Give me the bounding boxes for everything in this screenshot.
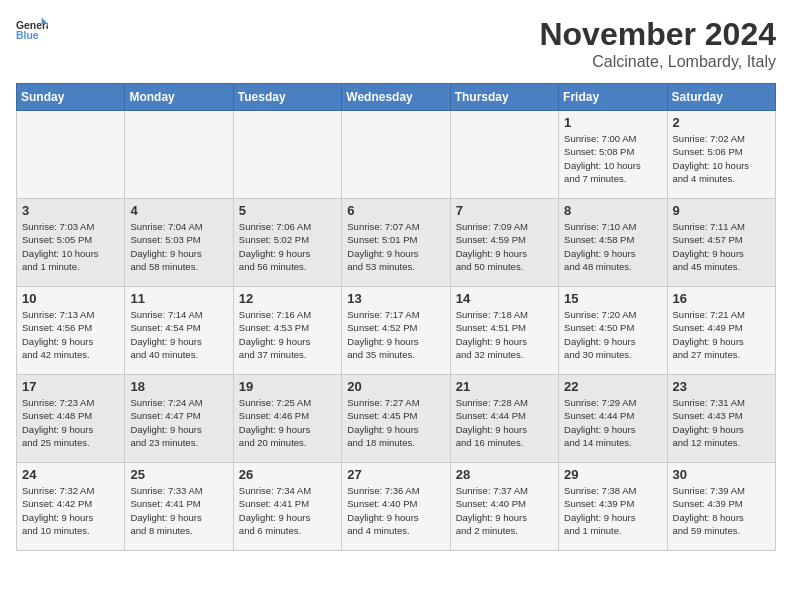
calendar-cell: 12Sunrise: 7:16 AM Sunset: 4:53 PM Dayli… (233, 287, 341, 375)
calendar-week-row: 10Sunrise: 7:13 AM Sunset: 4:56 PM Dayli… (17, 287, 776, 375)
day-info: Sunrise: 7:18 AM Sunset: 4:51 PM Dayligh… (456, 308, 553, 361)
day-number: 30 (673, 467, 770, 482)
day-number: 10 (22, 291, 119, 306)
calendar-week-row: 3Sunrise: 7:03 AM Sunset: 5:05 PM Daylig… (17, 199, 776, 287)
day-number: 21 (456, 379, 553, 394)
weekday-header: Thursday (450, 84, 558, 111)
day-info: Sunrise: 7:03 AM Sunset: 5:05 PM Dayligh… (22, 220, 119, 273)
day-number: 25 (130, 467, 227, 482)
page-header: General Blue November 2024 Calcinate, Lo… (16, 16, 776, 71)
calendar-week-row: 24Sunrise: 7:32 AM Sunset: 4:42 PM Dayli… (17, 463, 776, 551)
calendar-cell: 25Sunrise: 7:33 AM Sunset: 4:41 PM Dayli… (125, 463, 233, 551)
day-info: Sunrise: 7:27 AM Sunset: 4:45 PM Dayligh… (347, 396, 444, 449)
day-number: 12 (239, 291, 336, 306)
day-info: Sunrise: 7:09 AM Sunset: 4:59 PM Dayligh… (456, 220, 553, 273)
day-number: 26 (239, 467, 336, 482)
day-info: Sunrise: 7:21 AM Sunset: 4:49 PM Dayligh… (673, 308, 770, 361)
day-info: Sunrise: 7:17 AM Sunset: 4:52 PM Dayligh… (347, 308, 444, 361)
calendar-cell (125, 111, 233, 199)
day-info: Sunrise: 7:00 AM Sunset: 5:08 PM Dayligh… (564, 132, 661, 185)
weekday-header: Sunday (17, 84, 125, 111)
calendar-cell: 8Sunrise: 7:10 AM Sunset: 4:58 PM Daylig… (559, 199, 667, 287)
day-number: 16 (673, 291, 770, 306)
day-number: 7 (456, 203, 553, 218)
day-number: 8 (564, 203, 661, 218)
day-info: Sunrise: 7:34 AM Sunset: 4:41 PM Dayligh… (239, 484, 336, 537)
calendar-cell: 30Sunrise: 7:39 AM Sunset: 4:39 PM Dayli… (667, 463, 775, 551)
day-number: 11 (130, 291, 227, 306)
day-number: 18 (130, 379, 227, 394)
calendar-cell (233, 111, 341, 199)
day-info: Sunrise: 7:10 AM Sunset: 4:58 PM Dayligh… (564, 220, 661, 273)
day-number: 22 (564, 379, 661, 394)
calendar-cell: 28Sunrise: 7:37 AM Sunset: 4:40 PM Dayli… (450, 463, 558, 551)
logo: General Blue (16, 16, 48, 44)
day-number: 13 (347, 291, 444, 306)
calendar-cell: 5Sunrise: 7:06 AM Sunset: 5:02 PM Daylig… (233, 199, 341, 287)
day-info: Sunrise: 7:37 AM Sunset: 4:40 PM Dayligh… (456, 484, 553, 537)
month-title: November 2024 (539, 16, 776, 53)
day-info: Sunrise: 7:29 AM Sunset: 4:44 PM Dayligh… (564, 396, 661, 449)
day-info: Sunrise: 7:06 AM Sunset: 5:02 PM Dayligh… (239, 220, 336, 273)
day-info: Sunrise: 7:36 AM Sunset: 4:40 PM Dayligh… (347, 484, 444, 537)
day-number: 27 (347, 467, 444, 482)
calendar-cell: 24Sunrise: 7:32 AM Sunset: 4:42 PM Dayli… (17, 463, 125, 551)
day-number: 14 (456, 291, 553, 306)
weekday-header: Friday (559, 84, 667, 111)
calendar-cell: 13Sunrise: 7:17 AM Sunset: 4:52 PM Dayli… (342, 287, 450, 375)
calendar-cell: 11Sunrise: 7:14 AM Sunset: 4:54 PM Dayli… (125, 287, 233, 375)
day-info: Sunrise: 7:07 AM Sunset: 5:01 PM Dayligh… (347, 220, 444, 273)
calendar-cell: 9Sunrise: 7:11 AM Sunset: 4:57 PM Daylig… (667, 199, 775, 287)
calendar-cell: 18Sunrise: 7:24 AM Sunset: 4:47 PM Dayli… (125, 375, 233, 463)
day-info: Sunrise: 7:28 AM Sunset: 4:44 PM Dayligh… (456, 396, 553, 449)
day-info: Sunrise: 7:33 AM Sunset: 4:41 PM Dayligh… (130, 484, 227, 537)
calendar-cell: 26Sunrise: 7:34 AM Sunset: 4:41 PM Dayli… (233, 463, 341, 551)
calendar-table: SundayMondayTuesdayWednesdayThursdayFrid… (16, 83, 776, 551)
calendar-cell (342, 111, 450, 199)
calendar-week-row: 17Sunrise: 7:23 AM Sunset: 4:48 PM Dayli… (17, 375, 776, 463)
svg-text:Blue: Blue (16, 30, 39, 41)
day-info: Sunrise: 7:23 AM Sunset: 4:48 PM Dayligh… (22, 396, 119, 449)
day-info: Sunrise: 7:38 AM Sunset: 4:39 PM Dayligh… (564, 484, 661, 537)
day-number: 1 (564, 115, 661, 130)
day-number: 2 (673, 115, 770, 130)
weekday-header: Tuesday (233, 84, 341, 111)
day-number: 24 (22, 467, 119, 482)
calendar-cell: 21Sunrise: 7:28 AM Sunset: 4:44 PM Dayli… (450, 375, 558, 463)
day-number: 19 (239, 379, 336, 394)
calendar-cell (450, 111, 558, 199)
day-number: 4 (130, 203, 227, 218)
title-area: November 2024 Calcinate, Lombardy, Italy (539, 16, 776, 71)
day-info: Sunrise: 7:39 AM Sunset: 4:39 PM Dayligh… (673, 484, 770, 537)
logo-icon: General Blue (16, 16, 48, 44)
calendar-cell: 22Sunrise: 7:29 AM Sunset: 4:44 PM Dayli… (559, 375, 667, 463)
day-number: 15 (564, 291, 661, 306)
calendar-cell: 15Sunrise: 7:20 AM Sunset: 4:50 PM Dayli… (559, 287, 667, 375)
calendar-cell: 23Sunrise: 7:31 AM Sunset: 4:43 PM Dayli… (667, 375, 775, 463)
calendar-cell: 4Sunrise: 7:04 AM Sunset: 5:03 PM Daylig… (125, 199, 233, 287)
calendar-cell (17, 111, 125, 199)
day-number: 29 (564, 467, 661, 482)
calendar-cell: 3Sunrise: 7:03 AM Sunset: 5:05 PM Daylig… (17, 199, 125, 287)
day-info: Sunrise: 7:16 AM Sunset: 4:53 PM Dayligh… (239, 308, 336, 361)
calendar-cell: 29Sunrise: 7:38 AM Sunset: 4:39 PM Dayli… (559, 463, 667, 551)
weekday-header: Monday (125, 84, 233, 111)
day-info: Sunrise: 7:14 AM Sunset: 4:54 PM Dayligh… (130, 308, 227, 361)
day-info: Sunrise: 7:20 AM Sunset: 4:50 PM Dayligh… (564, 308, 661, 361)
day-info: Sunrise: 7:31 AM Sunset: 4:43 PM Dayligh… (673, 396, 770, 449)
weekday-header: Wednesday (342, 84, 450, 111)
calendar-cell: 10Sunrise: 7:13 AM Sunset: 4:56 PM Dayli… (17, 287, 125, 375)
weekday-header-row: SundayMondayTuesdayWednesdayThursdayFrid… (17, 84, 776, 111)
weekday-header: Saturday (667, 84, 775, 111)
day-info: Sunrise: 7:11 AM Sunset: 4:57 PM Dayligh… (673, 220, 770, 273)
day-number: 20 (347, 379, 444, 394)
day-info: Sunrise: 7:04 AM Sunset: 5:03 PM Dayligh… (130, 220, 227, 273)
day-number: 23 (673, 379, 770, 394)
calendar-week-row: 1Sunrise: 7:00 AM Sunset: 5:08 PM Daylig… (17, 111, 776, 199)
calendar-cell: 17Sunrise: 7:23 AM Sunset: 4:48 PM Dayli… (17, 375, 125, 463)
calendar-cell: 2Sunrise: 7:02 AM Sunset: 5:06 PM Daylig… (667, 111, 775, 199)
calendar-cell: 19Sunrise: 7:25 AM Sunset: 4:46 PM Dayli… (233, 375, 341, 463)
calendar-cell: 6Sunrise: 7:07 AM Sunset: 5:01 PM Daylig… (342, 199, 450, 287)
calendar-cell: 20Sunrise: 7:27 AM Sunset: 4:45 PM Dayli… (342, 375, 450, 463)
day-number: 28 (456, 467, 553, 482)
